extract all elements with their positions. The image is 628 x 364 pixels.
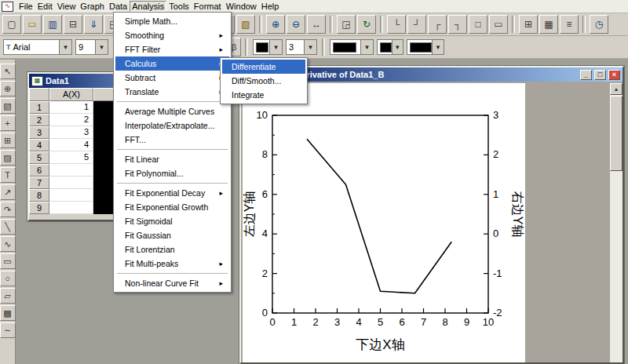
cell-a[interactable] xyxy=(49,202,93,214)
cell-a[interactable]: 4 xyxy=(49,139,93,151)
menu-file[interactable]: File xyxy=(16,1,35,12)
row-header[interactable]: 6 xyxy=(29,164,49,177)
menu-data[interactable]: Data xyxy=(107,1,130,12)
menu-item-fit-linear[interactable]: Fit Linear xyxy=(115,152,229,166)
cell-a[interactable]: 1 xyxy=(49,101,93,114)
text-tool[interactable]: T xyxy=(0,167,16,183)
menu-analysis[interactable]: Analysis xyxy=(130,1,166,12)
circle-tool[interactable]: ○ xyxy=(0,271,16,286)
line-width-combo[interactable]: 3 ▾ xyxy=(286,39,317,55)
menu-item-translate[interactable]: Translate▸ xyxy=(115,85,229,99)
scroll-up-icon[interactable]: ▲ xyxy=(610,83,623,95)
menu-item-diff-smooth[interactable]: Diff/Smooth... xyxy=(222,74,305,88)
print-icon[interactable]: ⊟ xyxy=(64,15,82,34)
zoom-in-icon[interactable]: ⊕ xyxy=(266,15,285,34)
rescale-icon[interactable]: ↔ xyxy=(307,15,326,34)
zoom-out-icon[interactable]: ⊖ xyxy=(287,15,305,34)
cell-a[interactable]: 2 xyxy=(49,114,93,126)
row-header[interactable]: 9 xyxy=(29,202,49,214)
scrollbar-thumb[interactable] xyxy=(610,96,623,171)
cell-a[interactable] xyxy=(49,189,93,202)
row-header[interactable]: 8 xyxy=(29,189,49,202)
line-color-combo[interactable]: ▾ xyxy=(253,39,283,55)
menu-item-smoothing[interactable]: Smoothing▸ xyxy=(115,28,229,42)
minimize-button[interactable]: _ xyxy=(580,70,592,80)
data-selector-tool[interactable]: ▧ xyxy=(0,98,16,114)
arrow-tool[interactable]: ↗ xyxy=(0,184,16,200)
menu-item-average-multiple-curves[interactable]: Average Multiple Curves xyxy=(115,104,229,118)
pointer-tool[interactable]: ↖ xyxy=(0,64,16,79)
new-project-icon[interactable]: ▢ xyxy=(2,15,21,34)
menu-edit[interactable]: Edit xyxy=(35,1,55,12)
column-header-a-x[interactable]: A(X) xyxy=(49,88,93,101)
menu-tools[interactable]: Tools xyxy=(166,1,192,12)
data-reader-tool[interactable]: ⊞ xyxy=(0,133,16,148)
menu-item-calculus[interactable]: Calculus▸ xyxy=(115,56,229,71)
menu-item-fit-sigmoidal[interactable]: Fit Sigmoidal xyxy=(115,214,229,228)
data-mask-tool[interactable]: ▨ xyxy=(0,150,16,166)
row-header[interactable]: 3 xyxy=(29,126,49,139)
menu-view[interactable]: View xyxy=(55,1,78,12)
menu-item-simple-math[interactable]: Simple Math... xyxy=(115,14,229,28)
add-layer-icon[interactable]: ⊞ xyxy=(519,15,538,34)
menu-help[interactable]: Help xyxy=(259,1,282,12)
child-window-icon[interactable]: ∿ xyxy=(2,2,13,12)
polygon-tool[interactable]: ▱ xyxy=(0,288,16,304)
menu-item-fit-polynomial[interactable]: Fit Polynomial... xyxy=(115,166,229,180)
align-layers-icon[interactable]: ≡ xyxy=(560,15,579,34)
menu-item-subtract[interactable]: Subtract▸ xyxy=(115,71,229,85)
new-notes-icon[interactable]: ▧ xyxy=(236,15,255,34)
cell-a[interactable]: 3 xyxy=(49,126,93,139)
dropdown-arrow-icon[interactable]: ▾ xyxy=(392,40,403,54)
menu-item-integrate[interactable]: Integrate xyxy=(222,88,305,102)
screen-reader-tool[interactable]: + xyxy=(0,115,16,131)
menu-item-non-linear-curve-fit[interactable]: Non-linear Curve Fit▸ xyxy=(115,276,229,290)
graph-window[interactable]: ∿ Graph1 - Derivative of Data1_B _ □ × 0… xyxy=(239,66,624,364)
row-header[interactable]: 7 xyxy=(29,177,49,189)
clock-icon[interactable]: ◷ xyxy=(590,15,608,34)
cell-a[interactable] xyxy=(49,177,93,189)
vertical-scrollbar[interactable]: ▲ xyxy=(610,83,623,362)
menu-item-fit-multi-peaks[interactable]: Fit Multi-peaks▸ xyxy=(115,257,229,271)
curved-arrow-tool[interactable]: ↷ xyxy=(0,202,16,217)
duplicate-window-icon[interactable]: ◲ xyxy=(337,15,356,34)
arrange-layers-icon[interactable]: ▦ xyxy=(539,15,558,34)
dropdown-arrow-icon[interactable]: ▾ xyxy=(59,40,71,54)
dropdown-arrow-icon[interactable]: ▾ xyxy=(432,40,444,54)
save-project-icon[interactable]: ▥ xyxy=(43,15,62,34)
line-style-combo[interactable]: ▾ xyxy=(407,39,444,55)
box-axes-icon[interactable]: □ xyxy=(469,15,487,34)
line-tool[interactable]: ╲ xyxy=(0,219,16,235)
fill-color-combo[interactable]: ▾ xyxy=(330,39,374,55)
left-axes-icon[interactable]: └ xyxy=(387,15,406,34)
open-project-icon[interactable]: ▭ xyxy=(23,15,42,34)
dropdown-arrow-icon[interactable]: ▾ xyxy=(304,40,316,54)
menu-item-fit-exponential-growth[interactable]: Fit Exponential Growth xyxy=(115,200,229,214)
menu-item-interpolate-extrapolate[interactable]: Interpolate/Extrapolate... xyxy=(115,118,229,133)
menu-item-fft[interactable]: FFT... xyxy=(115,133,229,147)
cell-a[interactable]: 5 xyxy=(49,151,93,164)
pattern-combo[interactable]: ▾ xyxy=(377,39,403,55)
menu-item-fit-exponential-decay[interactable]: Fit Exponential Decay▸ xyxy=(115,186,229,200)
menu-item-fit-lorentzian[interactable]: Fit Lorentzian xyxy=(115,242,229,257)
row-header[interactable]: 5 xyxy=(29,151,49,164)
bottom-axes-icon[interactable]: ┐ xyxy=(448,15,467,34)
menu-item-differentiate[interactable]: Differentiate xyxy=(222,60,305,74)
dropdown-arrow-icon[interactable]: ▾ xyxy=(360,40,373,54)
font-combo[interactable]: T Arial ▾ xyxy=(3,39,72,55)
zoom-tool[interactable]: ⊕ xyxy=(0,81,16,96)
menu-graph[interactable]: Graph xyxy=(78,1,107,12)
maximize-button[interactable]: □ xyxy=(594,70,606,80)
top-axes-icon[interactable]: ┌ xyxy=(428,15,447,34)
row-header[interactable]: 1 xyxy=(29,101,49,114)
menu-item-fft-filter[interactable]: FFT Filter▸ xyxy=(115,42,229,56)
cell-a[interactable] xyxy=(49,164,93,177)
close-button[interactable]: × xyxy=(608,70,620,80)
menu-window[interactable]: Window xyxy=(224,1,259,12)
rectangle-tool[interactable]: ▭ xyxy=(0,253,16,269)
freehand-tool[interactable]: ∼ xyxy=(0,322,16,338)
font-size-combo[interactable]: 9 ▾ xyxy=(75,39,108,55)
dropdown-arrow-icon[interactable]: ▾ xyxy=(95,40,108,54)
row-header[interactable]: 2 xyxy=(29,114,49,126)
frame-icon[interactable]: ▭ xyxy=(489,15,508,34)
